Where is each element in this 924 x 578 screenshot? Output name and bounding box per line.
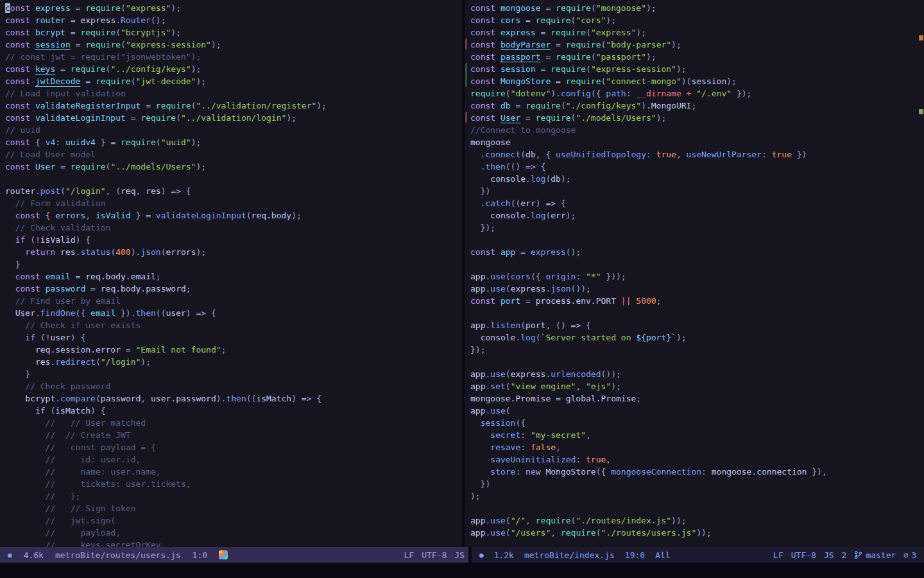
code-token: .urlencoded <box>545 369 601 379</box>
code-token: "uuid" <box>161 137 191 147</box>
code-token: "jwt-decode" <box>136 76 196 86</box>
code-token: = <box>511 101 526 110</box>
code-token: ); <box>566 211 576 220</box>
code-token: isValid <box>40 235 76 245</box>
code-token <box>5 357 35 367</box>
code-token: express <box>511 284 546 293</box>
code-token: , <box>606 455 611 464</box>
code-line: saveUninitialized: true, <box>470 453 924 466</box>
code-token: .set <box>485 381 505 391</box>
code-line: res.redirect("/login"); <box>5 356 462 368</box>
code-token: // // User matched <box>5 418 146 428</box>
code-line: console.log(db); <box>470 173 924 185</box>
code-token: const <box>15 284 46 293</box>
code-token: require <box>85 40 121 49</box>
code-token: ${port} <box>636 333 671 342</box>
code-token: require <box>121 137 156 147</box>
code-token: ) <box>291 394 302 403</box>
code-token: : <box>520 430 531 440</box>
git-branch[interactable]: master <box>854 550 896 560</box>
code-line: app.listen(port, () => { <box>470 319 924 331</box>
code-line: app.use("/", require("./routes/index.js"… <box>470 514 924 527</box>
code-token: ( <box>506 381 511 391</box>
code-token: ); <box>196 162 206 171</box>
code-token: express <box>80 15 116 25</box>
editor-window: const express = require("express");const… <box>0 0 924 578</box>
code-line: const app = express(); <box>470 246 924 258</box>
code-token: ); <box>141 357 151 367</box>
code-token: ({ <box>596 467 611 477</box>
code-line: app.use(express.json()); <box>470 283 924 295</box>
code-token: ( <box>121 3 126 13</box>
code-pane-users-js[interactable]: const express = require("express");const… <box>0 0 462 547</box>
code-token: .use <box>485 272 505 281</box>
code-line: secret: "my-secret", <box>470 429 924 441</box>
status-bars: ● 4.6k metroBite/routes/users.js 1:0 LF … <box>0 547 924 563</box>
code-token: .then <box>221 394 246 403</box>
code-token: app <box>470 381 485 391</box>
code-token: ); <box>211 40 221 49</box>
code-token: const <box>5 64 35 74</box>
code-token: ); <box>470 491 481 501</box>
code-token: ) <box>186 308 196 318</box>
code-token <box>470 333 481 342</box>
code-token: app <box>470 528 485 538</box>
statusline-left-right-group: LF UTF-8 JS <box>404 550 465 560</box>
code-token: })); <box>601 272 626 281</box>
code-line: .catch((err) => { <box>470 197 924 209</box>
code-token: )); <box>696 528 711 538</box>
code-token: const <box>470 52 501 62</box>
code-line: const session = require("express-session… <box>5 39 462 51</box>
code-token: // Load input validation <box>5 89 126 98</box>
editor-splits: const express = require("express");const… <box>0 0 924 547</box>
code-token: express <box>511 369 546 379</box>
code-line: // jwt.sign( <box>5 514 462 527</box>
code-line: // }; <box>5 490 462 502</box>
code-token: ); <box>656 113 667 123</box>
code-line: const password = req.body.password; <box>5 283 462 295</box>
code-token: .use <box>485 284 505 293</box>
code-token: .log <box>526 211 545 220</box>
code-token: => <box>302 394 312 403</box>
code-token: ( <box>246 211 252 220</box>
code-token: cors <box>511 272 531 281</box>
code-token: // // Sign token <box>5 504 136 513</box>
code-token: "./models/Users" <box>576 113 656 123</box>
code-token: , <box>576 381 586 391</box>
code-line <box>470 307 924 319</box>
code-token: }) <box>116 308 130 318</box>
code-line <box>470 258 924 270</box>
code-line: const validateLoginInput = require("../v… <box>5 112 462 124</box>
code-line <box>5 173 462 185</box>
code-token: app <box>470 516 485 525</box>
code-token: // Check if user exists <box>5 320 141 330</box>
code-token: { <box>581 320 591 330</box>
code-token: , ( <box>106 186 121 196</box>
code-token: .compare <box>55 394 96 403</box>
code-line: }) <box>470 185 924 197</box>
filetype-label-left: JS <box>454 550 465 560</box>
code-token: session <box>501 64 536 74</box>
code-token: saveUninitialized <box>490 455 576 464</box>
code-token: .config <box>556 89 591 98</box>
code-token: "../models/Users" <box>110 162 196 171</box>
code-line: const cors = require("cors"); <box>470 14 924 26</box>
code-token: secret <box>490 430 520 440</box>
code-line: //Connect to mongoose <box>470 124 924 136</box>
code-token: // keys.secretOrKey, <box>5 540 166 547</box>
code-token: require <box>96 76 131 86</box>
code-token: ) { <box>90 406 105 416</box>
code-line: const session = require("express-session… <box>470 63 924 75</box>
command-line[interactable] <box>0 563 924 578</box>
code-token: app <box>470 272 485 281</box>
code-token: require <box>551 28 586 37</box>
code-token: .log <box>515 333 535 342</box>
code-pane-index-js[interactable]: const mongoose = require("mongoose");con… <box>462 0 924 547</box>
code-line: console.log(`Server started on ${port}`)… <box>470 331 924 344</box>
code-token: keys <box>35 64 55 74</box>
code-token: ( <box>506 284 511 293</box>
code-token: MongoStore <box>501 76 551 86</box>
code-token <box>470 455 490 464</box>
code-token: ) { <box>76 235 90 245</box>
code-token: port <box>501 296 520 306</box>
